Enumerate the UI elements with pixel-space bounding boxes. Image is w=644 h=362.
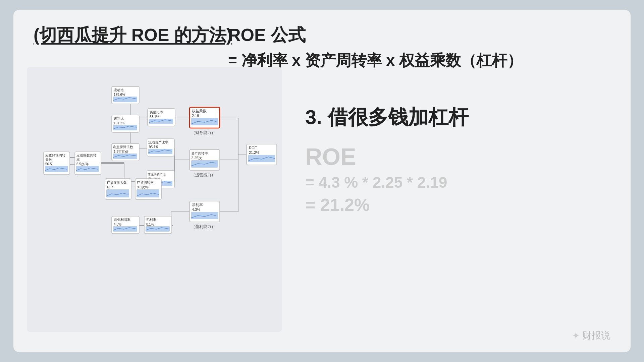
watermark-text: 财报说 <box>582 329 610 342</box>
svg-rect-37 <box>248 155 275 162</box>
svg-text:（财务能力）: （财务能力） <box>191 130 215 135</box>
formula-area: ROE 公式 = 净利率 x 资产周转率 x 权益乘数（杠杆） <box>228 23 523 71</box>
watermark-icon: ✦ <box>572 330 580 341</box>
svg-text:应收账项周转: 应收账项周转 <box>45 154 65 157</box>
svg-text:净利率: 净利率 <box>192 203 203 207</box>
svg-text:131.2%: 131.2% <box>114 121 125 125</box>
svg-text:4.3%: 4.3% <box>192 207 200 212</box>
chart-container: ROE 21.2% 权益乘数 2.19 （财务能力） 资产周转率 2.25次 （… <box>27 67 282 332</box>
svg-text:6.5次/年: 6.5次/年 <box>76 162 89 166</box>
watermark: ✦ 财报说 <box>572 329 610 342</box>
svg-text:流动资产比率: 流动资产比率 <box>148 140 168 144</box>
svg-text:（运营能力）: （运营能力） <box>191 173 215 177</box>
svg-text:53.1%: 53.1% <box>150 115 159 119</box>
svg-text:95.1%: 95.1% <box>149 145 158 149</box>
main-title: (切西瓜提升 ROE 的方法) <box>34 23 232 47</box>
svg-text:权益乘数: 权益乘数 <box>192 109 207 113</box>
svg-text:存货在库天数: 存货在库天数 <box>107 181 127 184</box>
tree-diagram: ROE 21.2% 权益乘数 2.19 （财务能力） 资产周转率 2.25次 （… <box>27 67 282 332</box>
svg-text:8.1%: 8.1% <box>146 223 154 226</box>
svg-text:非流动资产比: 非流动资产比 <box>148 173 166 176</box>
svg-text:56.5: 56.5 <box>45 162 52 166</box>
svg-text:9.0次/年: 9.0次/年 <box>137 185 149 189</box>
svg-text:2.25次: 2.25次 <box>191 156 202 160</box>
svg-rect-51 <box>191 212 218 219</box>
svg-text:1.9百亿倍: 1.9百亿倍 <box>114 150 128 154</box>
svg-text:ROE: ROE <box>249 146 257 150</box>
svg-text:营业利润率: 营业利润率 <box>114 218 130 222</box>
roe-result: = 21.2% <box>305 195 447 215</box>
roe-formula: = 4.3 % * 2.25 * 2.19 <box>305 173 447 191</box>
svg-text:存货周转率: 存货周转率 <box>137 181 154 184</box>
svg-rect-46 <box>191 160 218 168</box>
right-heading: 3. 借很多钱加杠杆 <box>305 104 469 131</box>
svg-text:应收账数周转: 应收账数周转 <box>76 154 97 157</box>
svg-text:速动比: 速动比 <box>114 117 124 120</box>
slide: (切西瓜提升 ROE 的方法) ROE 公式 = 净利率 x 资产周转率 x 权… <box>13 10 631 352</box>
svg-text:4.8%: 4.8% <box>114 223 121 226</box>
svg-text:21.2%: 21.2% <box>249 150 259 155</box>
svg-rect-90 <box>106 189 129 197</box>
svg-text:（盈利能力）: （盈利能力） <box>191 224 215 229</box>
svg-text:40.7: 40.7 <box>107 185 113 189</box>
svg-rect-41 <box>191 118 218 125</box>
svg-text:2.19: 2.19 <box>192 114 199 118</box>
formula-title: ROE 公式 <box>228 23 523 47</box>
svg-text:流动比: 流动比 <box>114 88 124 92</box>
svg-text:资产周转率: 资产周转率 <box>191 152 208 155</box>
svg-text:179.6%: 179.6% <box>114 93 125 97</box>
svg-rect-94 <box>137 189 159 197</box>
roe-label: ROE <box>305 144 447 170</box>
svg-text:率: 率 <box>76 158 80 162</box>
svg-text:利息保障倍数: 利息保障倍数 <box>113 145 133 149</box>
svg-text:天数: 天数 <box>45 158 52 162</box>
title-area: (切西瓜提升 ROE 的方法) <box>34 23 232 47</box>
roe-formula-box: ROE = 4.3 % * 2.25 * 2.19 = 21.2% <box>305 144 447 215</box>
svg-text:负债比率: 负债比率 <box>150 110 163 114</box>
svg-text:毛利率: 毛利率 <box>146 218 156 222</box>
